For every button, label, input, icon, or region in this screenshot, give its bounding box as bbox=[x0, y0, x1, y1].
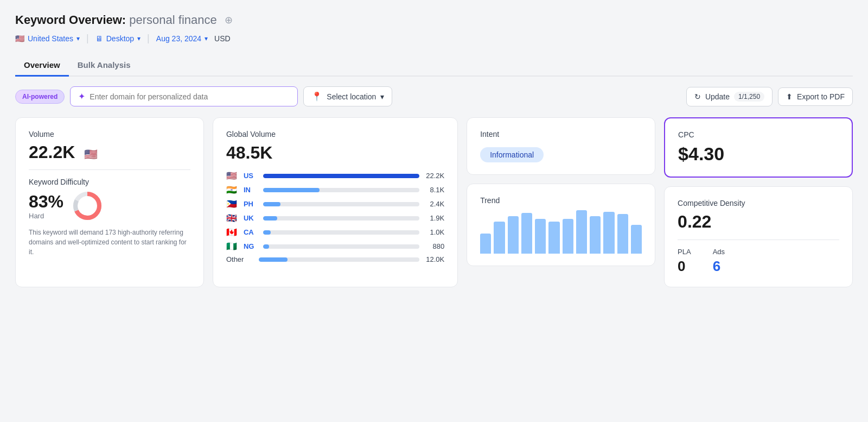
filter-separator-2: | bbox=[147, 33, 150, 44]
location-label: United States bbox=[28, 34, 73, 43]
filters-row: 🇺🇸 United States ▾ | 🖥 Desktop ▾ | Aug 2… bbox=[15, 33, 853, 44]
ai-powered-badge: AI-powered bbox=[15, 90, 65, 104]
country-code: NG bbox=[244, 242, 259, 250]
add-keyword-icon[interactable]: ⊕ bbox=[225, 14, 233, 26]
trend-bar bbox=[590, 216, 601, 254]
update-count-badge: 1/1,250 bbox=[734, 92, 764, 102]
country-bar-track bbox=[263, 188, 419, 192]
location-chevron-icon: ▾ bbox=[76, 35, 80, 42]
kd-left: 83% Hard bbox=[29, 192, 63, 220]
country-bar-fill bbox=[263, 244, 270, 249]
export-button[interactable]: ⬆ Export to PDF bbox=[778, 87, 853, 106]
volume-value: 22.2K 🇺🇸 bbox=[29, 143, 190, 162]
location-select-button[interactable]: 📍 Select location ▾ bbox=[303, 86, 392, 106]
location-select-chevron-icon: ▾ bbox=[380, 92, 384, 101]
domain-input-wrapper[interactable]: ✦ bbox=[70, 86, 298, 106]
pla-col: PLA 0 bbox=[678, 248, 691, 275]
cpc-cd-column: CPC $4.30 Competitive Density 0.22 PLA 0… bbox=[664, 117, 853, 287]
currency-label: USD bbox=[214, 34, 231, 43]
device-filter[interactable]: 🖥 Desktop ▾ bbox=[95, 34, 141, 43]
other-bar-fill bbox=[259, 257, 288, 262]
country-vol: 1.0K bbox=[424, 228, 444, 236]
cd-label: Competitive Density bbox=[678, 199, 839, 207]
title-prefix: Keyword Overview: bbox=[15, 13, 126, 27]
cpc-label: CPC bbox=[678, 130, 839, 139]
other-label: Other bbox=[226, 255, 254, 263]
country-row: 🇵🇭 PH 2.4K bbox=[226, 199, 444, 209]
country-vol: 22.2K bbox=[424, 172, 444, 180]
country-bar-fill bbox=[263, 202, 280, 206]
intent-badge: Informational bbox=[480, 147, 544, 162]
country-flag-icon: 🇺🇸 bbox=[226, 171, 239, 181]
volume-number: 22.2K bbox=[29, 142, 75, 162]
country-flag-icon: 🇮🇳 bbox=[226, 185, 239, 195]
cpc-value: $4.30 bbox=[678, 143, 839, 165]
country-vol: 880 bbox=[424, 242, 444, 250]
global-volume-value: 48.5K bbox=[226, 143, 444, 163]
kd-value: 83% bbox=[29, 192, 63, 212]
trend-bar bbox=[603, 212, 614, 254]
intent-card: Intent Informational bbox=[467, 117, 655, 175]
page-header: Keyword Overview: personal finance ⊕ 🇺🇸 … bbox=[15, 13, 853, 44]
country-list: 🇺🇸 US 22.2K 🇮🇳 IN 8.1K 🇵🇭 PH 2.4K 🇬🇧 UK … bbox=[226, 171, 444, 251]
pla-label: PLA bbox=[678, 248, 691, 256]
other-bar-track bbox=[259, 257, 419, 262]
location-pin-icon: 📍 bbox=[311, 91, 322, 102]
global-volume-card: Global Volume 48.5K 🇺🇸 US 22.2K 🇮🇳 IN 8.… bbox=[213, 117, 458, 287]
trend-bar bbox=[480, 234, 491, 254]
date-chevron-icon: ▾ bbox=[205, 35, 208, 42]
trend-bar bbox=[508, 216, 519, 254]
export-label: Export to PDF bbox=[797, 92, 845, 101]
country-vol: 1.9K bbox=[424, 214, 444, 222]
toolbar-row: AI-powered ✦ 📍 Select location ▾ ↻ Updat… bbox=[15, 86, 853, 106]
kd-sublabel: Hard bbox=[29, 212, 63, 220]
tab-bulk-analysis[interactable]: Bulk Analysis bbox=[69, 55, 139, 77]
ads-label: Ads bbox=[713, 248, 725, 256]
date-filter[interactable]: Aug 23, 2024 ▾ bbox=[156, 34, 208, 43]
country-code: CA bbox=[244, 228, 259, 236]
country-code: US bbox=[244, 172, 259, 180]
tab-overview[interactable]: Overview bbox=[15, 55, 69, 77]
global-volume-label: Global Volume bbox=[226, 130, 444, 138]
volume-kd-card: Volume 22.2K 🇺🇸 Keyword Difficulty 83% H… bbox=[15, 117, 204, 287]
trend-bar bbox=[535, 219, 546, 254]
location-select-label: Select location bbox=[327, 92, 376, 101]
country-bar-fill bbox=[263, 188, 320, 192]
trend-bar bbox=[563, 219, 573, 254]
country-vol: 2.4K bbox=[424, 200, 444, 208]
country-bar-track bbox=[263, 244, 419, 249]
country-bar-fill bbox=[263, 216, 277, 221]
trend-label: Trend bbox=[480, 196, 642, 205]
trend-card: Trend bbox=[467, 184, 655, 266]
filter-separator: | bbox=[86, 33, 89, 44]
device-label: Desktop bbox=[106, 34, 134, 43]
country-row: 🇮🇳 IN 8.1K bbox=[226, 185, 444, 195]
country-flag-icon: 🇬🇧 bbox=[226, 213, 239, 223]
intent-label: Intent bbox=[480, 130, 642, 138]
country-bar-track bbox=[263, 216, 419, 221]
location-filter[interactable]: 🇺🇸 United States ▾ bbox=[15, 34, 80, 43]
country-flag-icon: 🇳🇬 bbox=[226, 241, 239, 251]
desktop-icon: 🖥 bbox=[95, 34, 103, 43]
page-title: Keyword Overview: personal finance bbox=[15, 13, 217, 27]
kd-donut-chart bbox=[72, 191, 103, 221]
trend-bar bbox=[494, 222, 505, 254]
country-bar-fill bbox=[263, 230, 271, 235]
other-vol: 12.0K bbox=[424, 255, 444, 263]
domain-input[interactable] bbox=[90, 92, 290, 101]
other-row: Other 12.0K bbox=[226, 255, 444, 263]
country-row: 🇳🇬 NG 880 bbox=[226, 241, 444, 251]
sparkle-icon: ✦ bbox=[78, 91, 85, 102]
pla-value: 0 bbox=[678, 258, 691, 275]
volume-label: Volume bbox=[29, 130, 190, 138]
update-label: Update bbox=[705, 92, 730, 101]
kd-label: Keyword Difficulty bbox=[29, 178, 190, 186]
update-button[interactable]: ↻ Update 1/1,250 bbox=[686, 87, 773, 106]
country-bar-track bbox=[263, 202, 419, 206]
cd-value: 0.22 bbox=[678, 212, 839, 232]
country-bar-track bbox=[263, 230, 419, 235]
trend-bar bbox=[617, 214, 628, 254]
competitive-density-card: Competitive Density 0.22 PLA 0 Ads 6 bbox=[664, 186, 853, 287]
country-flag-icon: 🇵🇭 bbox=[226, 199, 239, 209]
country-vol: 8.1K bbox=[424, 186, 444, 194]
